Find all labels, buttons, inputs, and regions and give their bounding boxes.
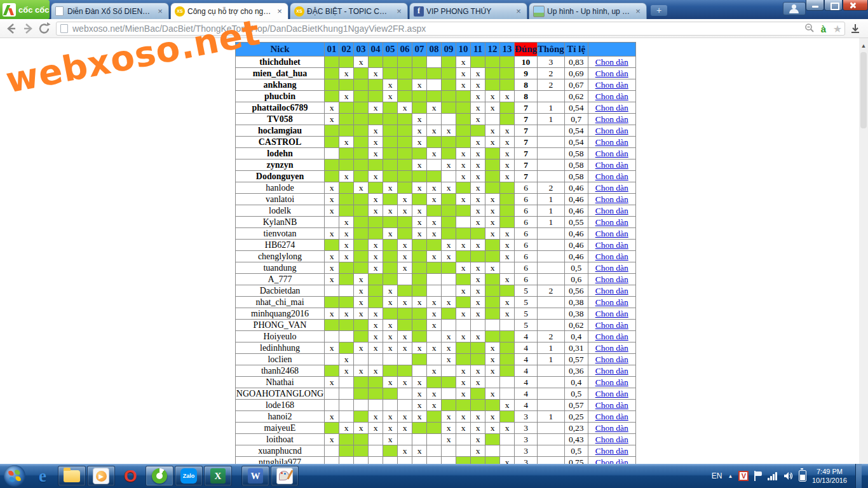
hit-cell	[485, 285, 500, 297]
chon-dan-link[interactable]: Chon dàn	[595, 355, 628, 364]
chon-dan-link[interactable]: Chon dàn	[595, 263, 628, 273]
taskbar-opera[interactable]: O	[116, 466, 144, 486]
taskbar-paint[interactable]	[271, 466, 299, 486]
chon-dan-link[interactable]: Chon dàn	[595, 217, 628, 227]
tab-close-icon[interactable]: ×	[634, 6, 642, 16]
chon-dan-link[interactable]: Chon dàn	[595, 377, 628, 387]
tab-close-icon[interactable]: ×	[514, 6, 523, 16]
scroll-up-arrow[interactable]: ▲	[859, 42, 868, 50]
chon-dan-link[interactable]: Chon dàn	[595, 389, 628, 398]
chon-dan-link[interactable]: Chon dàn	[595, 126, 628, 135]
chon-dan-link[interactable]: Chon dàn	[595, 194, 628, 204]
chon-dan-cell: Chon dàn	[588, 137, 635, 148]
browser-tab-1[interactable]: Diễn Đàn Xổ Số DIENDAN×	[51, 3, 169, 19]
thong-count-cell: 1	[538, 205, 565, 217]
tab-close-icon[interactable]: ×	[275, 6, 284, 16]
start-button[interactable]	[4, 465, 25, 487]
hit-cell	[442, 228, 456, 240]
chon-dan-link[interactable]: Chon dàn	[595, 458, 628, 464]
thong-count-cell	[538, 159, 565, 171]
taskbar-media-player[interactable]: ▶	[87, 466, 115, 486]
chon-dan-link[interactable]: Chon dàn	[595, 343, 628, 353]
chon-dan-link[interactable]: Chon dàn	[595, 320, 628, 330]
vietnamese-input-icon[interactable]: à	[817, 24, 831, 34]
hit-cell	[383, 114, 398, 125]
ratio-cell: 0,56	[564, 285, 588, 297]
vietkey-icon[interactable]: V	[738, 471, 749, 481]
new-tab-button[interactable]: +	[651, 5, 667, 16]
miss-cell: x	[471, 114, 485, 125]
ratio-cell: 0,58	[564, 171, 588, 182]
action-center-flag-icon[interactable]	[754, 471, 762, 481]
chon-dan-link[interactable]: Chon dàn	[595, 114, 628, 124]
back-button[interactable]	[4, 21, 19, 36]
chon-dan-link[interactable]: Chon dàn	[595, 92, 628, 101]
tab-close-icon[interactable]: ×	[156, 6, 165, 16]
chon-dan-link[interactable]: Chon dàn	[595, 274, 628, 284]
tray-expand-icon[interactable]: ▲	[728, 473, 733, 479]
chon-dan-link[interactable]: Chon dàn	[595, 183, 628, 193]
chon-dan-link[interactable]: Chon dàn	[595, 57, 628, 67]
chon-dan-link[interactable]: Chon dàn	[595, 80, 628, 90]
address-bar[interactable]: webxoso.net/MienBac/DacBiet/ThongKeTongH…	[56, 22, 845, 36]
taskbar-windows-explorer[interactable]	[58, 466, 86, 486]
profile-button[interactable]	[783, 2, 806, 15]
close-button[interactable]	[843, 0, 868, 11]
forward-button[interactable]	[20, 21, 36, 36]
chon-dan-link[interactable]: Chon dàn	[595, 332, 628, 341]
chon-dan-link[interactable]: Chon dàn	[595, 172, 628, 181]
chon-dan-link[interactable]: Chon dàn	[595, 252, 628, 261]
language-indicator[interactable]: EN	[712, 471, 722, 480]
taskbar-internet-explorer[interactable]: e	[29, 466, 57, 486]
chon-dan-link[interactable]: Chon dàn	[595, 297, 628, 307]
tab-close-icon[interactable]: ×	[395, 6, 403, 16]
taskbar-coccoc[interactable]	[146, 466, 173, 486]
download-icon[interactable]	[849, 22, 864, 35]
taskbar-clock[interactable]: 7:49 PM 10/13/2016	[812, 467, 847, 485]
chon-dan-link[interactable]: Chon dàn	[595, 149, 628, 158]
browser-tab-3[interactable]: XSĐẶC BIỆT - TOPIC CHUYÊN×	[290, 3, 408, 19]
taskbar-excel[interactable]: X	[204, 466, 232, 486]
chon-dan-link[interactable]: Chon dàn	[595, 206, 628, 215]
browser-tab-2[interactable]: XSCông cụ hỗ trợ cho người×	[170, 3, 288, 19]
thong-count-cell	[538, 320, 565, 331]
column-header-09: 09	[442, 43, 456, 57]
minimize-button[interactable]	[806, 0, 824, 11]
browser-tab-5[interactable]: Up hình - Up hình, up anh×	[529, 3, 647, 19]
volume-icon[interactable]	[783, 471, 793, 481]
chon-dan-link[interactable]: Chon dàn	[595, 160, 628, 170]
zoom-out-icon[interactable]	[803, 23, 817, 35]
miss-cell: x	[369, 125, 383, 137]
chon-dan-link[interactable]: Chon dàn	[595, 137, 628, 147]
chon-dan-link[interactable]: Chon dàn	[595, 69, 628, 78]
chon-dan-link[interactable]: Chon dàn	[595, 286, 628, 295]
chon-dan-link[interactable]: Chon dàn	[595, 240, 628, 250]
empty-cell	[427, 114, 442, 125]
chon-dan-link[interactable]: Chon dàn	[595, 309, 628, 318]
hit-cell	[412, 262, 427, 274]
bookmark-star-icon[interactable]: ★	[831, 23, 844, 35]
chon-dan-link[interactable]: Chon dàn	[595, 366, 628, 376]
chon-dan-link[interactable]: Chon dàn	[595, 103, 628, 112]
chon-dan-link[interactable]: Chon dàn	[595, 435, 628, 444]
hit-cell	[471, 125, 485, 137]
browser-tab-4[interactable]: fVIP PHONG THỦY×	[409, 3, 527, 19]
vertical-scrollbar[interactable]: ▲	[859, 38, 868, 464]
empty-cell	[398, 388, 412, 400]
reload-button[interactable]	[37, 21, 52, 36]
chon-dan-link[interactable]: Chon dàn	[595, 423, 628, 433]
scrollbar-thumb[interactable]	[860, 52, 867, 128]
hit-cell	[325, 297, 339, 308]
network-signal-icon[interactable]	[768, 471, 777, 480]
show-desktop-button[interactable]	[855, 464, 862, 488]
chon-dan-link[interactable]: Chon dàn	[595, 446, 628, 456]
battery-icon[interactable]	[799, 470, 806, 482]
taskbar-zalo[interactable]: Zalo	[175, 466, 203, 486]
maximize-button[interactable]	[824, 0, 843, 11]
coccoc-menu-button[interactable]: cốc cốc	[0, 0, 50, 19]
chon-dan-link[interactable]: Chon dàn	[595, 400, 628, 410]
hit-cell	[412, 68, 427, 79]
chon-dan-link[interactable]: Chon dàn	[595, 412, 628, 421]
taskbar-word[interactable]: W	[241, 466, 269, 486]
chon-dan-link[interactable]: Chon dàn	[595, 229, 628, 238]
